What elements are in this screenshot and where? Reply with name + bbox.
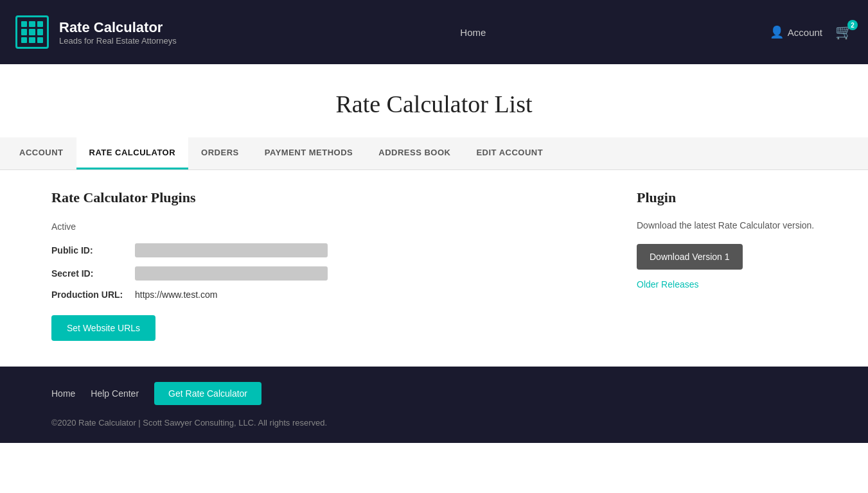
user-icon: 👤: [770, 25, 784, 39]
status-text: Active: [51, 221, 598, 232]
footer-links: Home Help Center Get Rate Calculator: [51, 382, 817, 405]
tab-account[interactable]: ACCOUNT: [6, 137, 76, 169]
tab-rate-calculator[interactable]: RATE CALCULATOR: [76, 137, 189, 169]
header-nav: Home: [460, 27, 486, 38]
content-area: Rate Calculator Plugins Active Public ID…: [0, 170, 868, 367]
download-version-button[interactable]: Download Version 1: [637, 244, 743, 270]
public-id-label: Public ID:: [51, 245, 128, 255]
cart-button[interactable]: 🛒 2: [835, 24, 853, 40]
public-id-row: Public ID:: [51, 243, 598, 257]
set-website-urls-button[interactable]: Set Website URLs: [51, 315, 155, 341]
production-url-label: Production URL:: [51, 290, 128, 300]
header-right: 👤 Account 🛒 2: [770, 24, 853, 40]
account-label: Account: [788, 27, 822, 38]
header: Rate Calculator Leads for Real Estate At…: [0, 0, 868, 64]
plugin-title: Plugin: [637, 189, 817, 206]
older-releases-link[interactable]: Older Releases: [637, 279, 699, 290]
cart-badge: 2: [847, 20, 858, 30]
footer-copyright: ©2020 Rate Calculator | Scott Sawyer Con…: [51, 418, 817, 428]
header-left: Rate Calculator Leads for Real Estate At…: [15, 15, 177, 49]
page-title: Rate Calculator List: [0, 90, 868, 118]
tab-address-book[interactable]: ADDRESS BOOK: [366, 137, 463, 169]
logo-title: Rate Calculator: [59, 19, 177, 36]
tabs-bar: ACCOUNT RATE CALCULATOR ORDERS PAYMENT M…: [0, 137, 868, 170]
footer-cta-button[interactable]: Get Rate Calculator: [154, 382, 261, 405]
logo-subtitle: Leads for Real Estate Attorneys: [59, 36, 177, 46]
plugin-description: Download the latest Rate Calculator vers…: [637, 219, 817, 232]
left-panel: Rate Calculator Plugins Active Public ID…: [51, 189, 598, 341]
tab-payment-methods[interactable]: PAYMENT METHODS: [252, 137, 366, 169]
footer-home-link[interactable]: Home: [51, 388, 75, 399]
footer: Home Help Center Get Rate Calculator ©20…: [0, 367, 868, 443]
logo-icon: [15, 15, 49, 49]
secret-id-row: Secret ID:: [51, 266, 598, 281]
secret-id-value: [135, 266, 328, 281]
right-panel: Plugin Download the latest Rate Calculat…: [637, 189, 817, 341]
section-title: Rate Calculator Plugins: [51, 189, 598, 206]
secret-id-label: Secret ID:: [51, 268, 128, 279]
account-link[interactable]: 👤 Account: [770, 25, 822, 39]
logo-text: Rate Calculator Leads for Real Estate At…: [59, 19, 177, 46]
page-title-section: Rate Calculator List: [0, 64, 868, 137]
nav-home-link[interactable]: Home: [460, 27, 486, 38]
production-url-value: https://www.test.com: [135, 290, 217, 300]
tab-edit-account[interactable]: EDIT ACCOUNT: [463, 137, 556, 169]
production-url-row: Production URL: https://www.test.com: [51, 290, 598, 300]
footer-help-link[interactable]: Help Center: [91, 388, 139, 399]
public-id-value: [135, 243, 328, 257]
tab-orders[interactable]: ORDERS: [188, 137, 252, 169]
